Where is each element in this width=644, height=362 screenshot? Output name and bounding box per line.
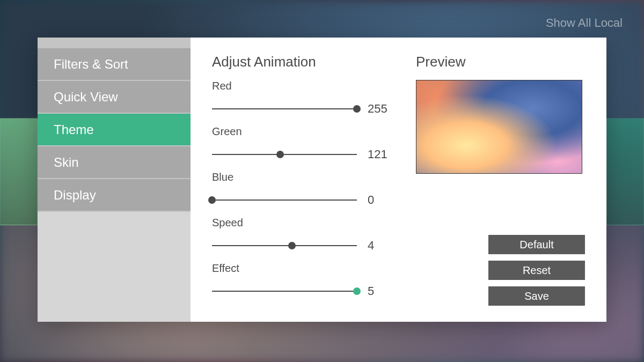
reset-button[interactable]: Reset [488, 261, 585, 280]
slider-thumb[interactable] [276, 151, 284, 158]
sidebar-item-skin[interactable]: Skin [38, 146, 191, 179]
slider-thumb[interactable] [288, 242, 296, 249]
controls-column: Adjust Animation Red 255 Green 121 [212, 54, 394, 306]
button-stack: Default Reset Save [416, 235, 585, 306]
slider-thumb[interactable] [353, 105, 361, 113]
show-all-local-link[interactable]: Show All Local [546, 16, 623, 30]
slider-group-green: Green 121 [212, 125, 394, 161]
slider-red[interactable] [212, 108, 357, 109]
sidebar-item-label: Filters & Sort [54, 57, 128, 72]
save-button[interactable]: Save [488, 286, 585, 306]
slider-value: 121 [368, 147, 394, 161]
sidebar-header [38, 38, 191, 48]
default-button[interactable]: Default [488, 235, 585, 254]
settings-dialog: Filters & Sort Quick View Theme Skin Dis… [38, 38, 606, 322]
sidebar-item-label: Display [54, 188, 96, 203]
slider-green[interactable] [212, 154, 357, 155]
slider-effect[interactable] [212, 291, 357, 292]
slider-blue[interactable] [212, 200, 357, 201]
sidebar-item-display[interactable]: Display [38, 179, 191, 212]
sidebar-item-theme[interactable]: Theme [38, 114, 191, 146]
slider-thumb[interactable] [353, 287, 361, 295]
sidebar: Filters & Sort Quick View Theme Skin Dis… [38, 38, 191, 322]
sidebar-item-filters-sort[interactable]: Filters & Sort [38, 48, 191, 81]
sidebar-item-quick-view[interactable]: Quick View [38, 81, 191, 114]
slider-label: Red [212, 80, 394, 92]
slider-label: Speed [212, 217, 394, 229]
slider-speed[interactable] [212, 245, 357, 246]
preview-image [416, 80, 582, 174]
slider-group-effect: Effect 5 [212, 262, 394, 298]
slider-label: Effect [212, 262, 394, 275]
slider-group-speed: Speed 4 [212, 217, 394, 253]
sidebar-item-label: Theme [54, 122, 94, 137]
preview-column: Preview Default Reset Save [416, 54, 585, 306]
sidebar-item-label: Skin [54, 155, 79, 170]
slider-value: 5 [368, 284, 394, 298]
slider-value: 255 [368, 102, 394, 116]
slider-group-red: Red 255 [212, 80, 394, 116]
main-panel: Adjust Animation Red 255 Green 121 [191, 38, 606, 322]
slider-value: 4 [368, 239, 394, 253]
section-title: Adjust Animation [212, 54, 394, 70]
sidebar-item-label: Quick View [54, 90, 118, 105]
slider-value: 0 [368, 193, 394, 207]
slider-group-blue: Blue 0 [212, 171, 394, 207]
slider-thumb[interactable] [208, 196, 216, 204]
slider-label: Blue [212, 171, 394, 183]
preview-title: Preview [416, 54, 585, 70]
slider-label: Green [212, 125, 394, 138]
